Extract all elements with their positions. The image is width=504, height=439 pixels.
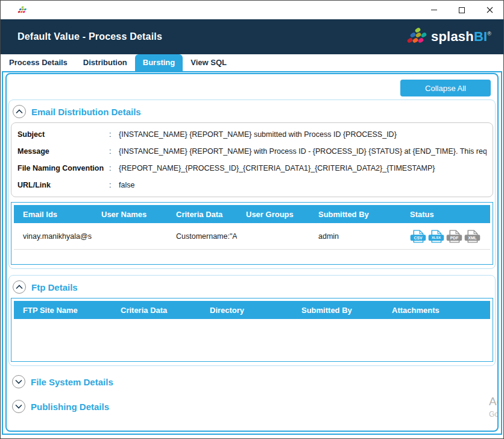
field-colon: : xyxy=(109,164,119,172)
tab-process-details[interactable]: Process Details xyxy=(1,54,75,71)
field-url-link: URL/Link : false xyxy=(11,177,493,194)
section-file-system-details: File System Details xyxy=(8,372,496,391)
email-details-box: Subject : {INSTANCE_NAME} {REPORT_NAME} … xyxy=(11,122,493,197)
page-header: Default Value - Process Details splashBI… xyxy=(1,19,503,54)
column-header-user-groups: User Groups xyxy=(237,210,309,219)
field-value: {REPORT_NAME}_{PROCESS_ID}_{CRITERIA_DAT… xyxy=(119,164,487,172)
tab-view-sql[interactable]: View SQL xyxy=(183,54,235,71)
sections-container: Email Distribution Details Subject : {IN… xyxy=(8,99,496,422)
pdf-file-icon: PDF xyxy=(446,230,462,243)
field-colon: : xyxy=(109,181,119,189)
close-icon xyxy=(487,7,493,13)
email-collapse-toggle[interactable] xyxy=(13,105,26,118)
column-header-email-ids: Email Ids xyxy=(14,210,92,219)
publishing-section-title: Publishing Details xyxy=(31,402,109,412)
field-message: Message : {INSTANCE_NAME} {REPORT_NAME} … xyxy=(11,143,493,160)
email-table: Email Ids User Names Criteria Data User … xyxy=(11,202,493,265)
column-header-submitted-by: Submitted By xyxy=(309,210,401,219)
field-value: {INSTANCE_NAME} {REPORT_NAME} with Proce… xyxy=(119,147,487,156)
page-title: Default Value - Process Details xyxy=(17,31,162,42)
csv-file-icon[interactable]: CSV xyxy=(410,230,426,243)
cell-status: CSV XLSX xyxy=(401,230,490,243)
ftp-section-header: Ftp Details xyxy=(10,279,494,298)
svg-text:PDF: PDF xyxy=(450,235,459,239)
xlsx-file-icon[interactable]: XLSX xyxy=(428,230,444,243)
email-section-title: Email Distribution Details xyxy=(31,107,141,117)
cell-email-ids: vinay.manikhyala@s... xyxy=(14,232,92,241)
cell-submitted-by: admin xyxy=(309,232,401,241)
chevron-down-icon xyxy=(15,379,22,384)
column-header-status: Status xyxy=(401,210,490,219)
chevron-up-icon xyxy=(16,285,23,289)
ftp-section-title: Ftp Details xyxy=(31,282,78,292)
minimize-icon xyxy=(431,10,437,10)
brand-bi-text: BI xyxy=(474,29,487,45)
column-header-criteria-data: Criteria Data xyxy=(167,210,237,219)
splashbi-logo: splashBI ® xyxy=(405,28,491,46)
title-bar xyxy=(1,1,503,19)
column-header-directory: Directory xyxy=(201,306,292,315)
field-label: Subject xyxy=(17,130,109,139)
section-email-distribution: Email Distribution Details Subject : {IN… xyxy=(8,99,496,269)
minimize-button[interactable] xyxy=(420,1,448,19)
field-colon: : xyxy=(109,130,119,139)
ftp-table: FTP Site Name Criteria Data Directory Su… xyxy=(11,298,493,362)
file-system-section-header: File System Details xyxy=(10,373,494,390)
svg-text:XML: XML xyxy=(468,235,476,239)
splashbi-app-icon xyxy=(17,5,28,14)
window-controls xyxy=(420,1,503,19)
field-value: false xyxy=(119,181,487,189)
file-system-section-title: File System Details xyxy=(31,377,113,387)
section-ftp-details: Ftp Details FTP Site Name Criteria Data … xyxy=(8,275,496,366)
chevron-up-icon xyxy=(16,109,23,114)
app-window: Default Value - Process Details splashBI… xyxy=(0,0,504,439)
field-label: File Naming Convention xyxy=(17,164,109,172)
column-header-attachments: Attachments xyxy=(383,306,490,315)
svg-text:CSV: CSV xyxy=(414,235,423,239)
svg-text:XLSX: XLSX xyxy=(432,236,441,239)
field-subject: Subject : {INSTANCE_NAME} {REPORT_NAME} … xyxy=(11,126,493,143)
xml-file-icon: XML xyxy=(464,230,480,243)
close-button[interactable] xyxy=(476,1,503,19)
tab-bursting[interactable]: Bursting xyxy=(135,54,183,71)
section-publishing-details: Publishing Details xyxy=(8,397,496,416)
field-value: {INSTANCE_NAME} {REPORT_NAME} submitted … xyxy=(119,130,487,139)
publishing-expand-toggle[interactable] xyxy=(12,400,25,413)
tab-bar: Process Details Distribution Bursting Vi… xyxy=(1,54,503,71)
chevron-down-icon xyxy=(15,404,22,409)
ftp-table-empty-body xyxy=(14,319,490,359)
column-header-user-names: User Names xyxy=(92,210,167,219)
field-file-naming-convention: File Naming Convention : {REPORT_NAME}_{… xyxy=(11,160,493,177)
maximize-button[interactable] xyxy=(448,1,476,19)
file-system-expand-toggle[interactable] xyxy=(12,375,25,388)
column-header-submitted-by: Submitted By xyxy=(292,306,383,315)
field-label: Message xyxy=(17,147,109,156)
cell-criteria-data: Customername:"Ateli... xyxy=(167,232,237,241)
bursting-panel: Collapse All Email Distribution Details xyxy=(5,73,499,432)
splashbi-drops-icon xyxy=(405,27,429,46)
field-label: URL/Link xyxy=(17,181,109,189)
registered-mark: ® xyxy=(487,31,491,37)
email-table-row: vinay.manikhyala@s... Customername:"Atel… xyxy=(14,223,490,250)
email-table-spacer xyxy=(14,250,490,262)
email-table-header: Email Ids User Names Criteria Data User … xyxy=(14,205,490,223)
collapse-all-button[interactable]: Collapse All xyxy=(400,80,491,96)
field-colon: : xyxy=(109,147,119,156)
ftp-collapse-toggle[interactable] xyxy=(13,280,26,294)
brand-splash-text: splash xyxy=(431,29,474,45)
publishing-section-header: Publishing Details xyxy=(10,398,494,415)
column-header-ftp-site-name: FTP Site Name xyxy=(14,306,112,315)
email-section-header: Email Distribution Details xyxy=(10,103,494,122)
tab-distribution[interactable]: Distribution xyxy=(75,54,135,71)
ftp-table-header: FTP Site Name Criteria Data Directory Su… xyxy=(14,301,490,319)
content-frame: Collapse All Email Distribution Details xyxy=(2,71,502,435)
maximize-icon xyxy=(459,7,465,13)
column-header-criteria-data: Criteria Data xyxy=(112,306,201,315)
